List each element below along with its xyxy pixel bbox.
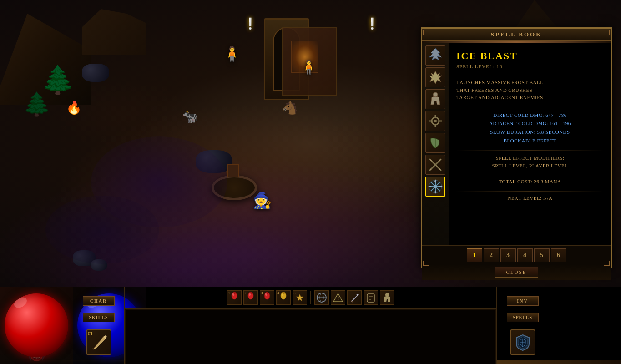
inv-button[interactable]: INV (507, 296, 539, 306)
skill-label-f1: F1 (88, 331, 110, 354)
crossed-icon (426, 156, 444, 174)
right-skill-button[interactable] (510, 329, 535, 355)
exclamation-1: ❕ (243, 17, 257, 30)
slot-num-1: 1 (228, 291, 230, 295)
belt-slot-5[interactable]: 5 (293, 290, 307, 305)
rock-4 (82, 64, 109, 82)
separator-4 (456, 175, 604, 175)
corner-br (604, 261, 610, 266)
bird-claw-icon (426, 46, 444, 65)
spell-icon-6[interactable] (425, 155, 445, 175)
spell-icon-2[interactable] (425, 67, 445, 87)
well-post (227, 164, 239, 177)
svg-point-27 (232, 293, 234, 296)
belt-top-row: 1 2 3 (125, 287, 496, 309)
svg-point-50 (385, 293, 389, 297)
npc-1: 🧍 (223, 46, 241, 63)
torch-fire: 🔥 (66, 100, 82, 115)
tab-1[interactable]: 1 (467, 248, 482, 262)
belt-slot-1[interactable]: 1 (227, 290, 242, 305)
item-5-star (295, 293, 304, 302)
spell-description: LAUNCHES MASSIVE FROST BALL THAT FREEZES… (456, 79, 604, 101)
health-orb (5, 293, 68, 357)
tree-2: 🌲 (23, 91, 51, 117)
action-icon-sword[interactable] (347, 290, 362, 305)
svg-text:!: ! (338, 296, 339, 301)
stat-adjacent: ADJACENT COLD DMG: 161 - 196 (456, 119, 604, 128)
left-skill-button[interactable]: F1 (86, 329, 111, 355)
xp-bar-area (125, 309, 496, 364)
stat-blockable: BLOCKABLE EFFECT (456, 136, 604, 145)
separator-1 (456, 75, 604, 75)
action-icon-scroll[interactable] (364, 290, 378, 305)
flame-burst-icon (426, 68, 444, 86)
tab-5[interactable]: 5 (534, 248, 550, 262)
svg-marker-44 (356, 294, 359, 296)
leaf-icon (426, 134, 444, 152)
potion-red-2 (246, 292, 255, 303)
dark-patch-2 (45, 196, 159, 264)
corner-bl (423, 261, 429, 266)
svg-marker-37 (296, 294, 303, 301)
modifiers-label: SPELL EFFECT MODIFIERS: (456, 154, 604, 162)
stat-slow: SLOW DURATION: 5.8 SECONDS (456, 128, 604, 136)
action-icon-warning[interactable]: ! (331, 290, 345, 305)
slot-num-3: 3 (261, 291, 263, 295)
potion-red-1 (230, 292, 239, 303)
health-orb-container: 👹 (0, 287, 73, 364)
spell-book-title: SPELL BOOK (422, 29, 611, 41)
svg-point-20 (434, 185, 437, 188)
potion-yellow (279, 292, 288, 303)
belt-slot-4[interactable]: 4 (276, 290, 291, 305)
spell-level: SPELL LEVEL: 16 (456, 64, 604, 69)
left-action-section: CHAR SKILLS F1 (73, 287, 125, 364)
tab-2[interactable]: 2 (484, 248, 499, 262)
tab-3[interactable]: 3 (500, 248, 516, 262)
spell-cost: TOTAL COST: 26.3 MANA (456, 179, 604, 184)
spell-book-panel: SPELL BOOK (421, 27, 612, 268)
spell-next-level: NEXT LEVEL: N/A (456, 195, 604, 201)
action-icon-character[interactable] (380, 290, 394, 305)
spell-stats: DIRECT COLD DMG: 647 - 786 ADJACENT COLD… (456, 111, 604, 145)
corner-tl (423, 30, 429, 35)
slot-num-5: 5 (294, 291, 296, 295)
char-button[interactable]: CHAR (83, 296, 115, 306)
spells-button[interactable]: SPELLS (507, 313, 539, 322)
player-character: 🧙 (252, 191, 272, 209)
skills-button[interactable]: SKILLS (83, 313, 115, 322)
spell-icon-1[interactable] (425, 46, 445, 66)
spell-icon-5[interactable] (425, 133, 445, 153)
scroll-icon (365, 292, 376, 303)
slot-num-4: 4 (278, 291, 279, 295)
exclamation-2: ❕ (365, 17, 379, 30)
separator-5 (456, 191, 604, 192)
spell-book-content: ICE BLAST SPELL LEVEL: 16 LAUNCHES MASSI… (422, 43, 611, 245)
center-belt: 1 2 3 (125, 287, 496, 364)
globe-icon (316, 292, 327, 303)
sword-icon (349, 292, 360, 303)
person-icon (426, 90, 444, 108)
spell-icon-7-ice[interactable] (425, 177, 445, 197)
action-icon-globe[interactable] (314, 290, 329, 305)
potion-red-3 (263, 292, 272, 303)
animal-2: 🐴 (282, 100, 298, 115)
close-button[interactable]: CLOSE (495, 267, 539, 278)
warning-icon: ! (333, 292, 343, 303)
spell-book-tabs: 1 2 3 4 5 6 (422, 245, 611, 264)
belt-slot-3[interactable]: 3 (260, 290, 274, 305)
tab-4[interactable]: 4 (517, 248, 533, 262)
slot-num-2: 2 (245, 291, 247, 295)
hud: 👹 CHAR SKILLS F1 1 (0, 287, 621, 364)
stat-direct: DIRECT COLD DMG: 647 - 786 (456, 111, 604, 120)
shield-icon (514, 333, 532, 351)
char-silhouette-icon (382, 292, 393, 303)
belt-slot-2[interactable]: 2 (243, 290, 258, 305)
spell-info-panel: ICE BLAST SPELL LEVEL: 16 LAUNCHES MASSI… (449, 43, 611, 245)
tab-6[interactable]: 6 (551, 248, 566, 262)
svg-point-30 (249, 293, 251, 296)
belt-sep (310, 291, 311, 304)
separator-2 (456, 107, 604, 107)
spell-icon-3[interactable] (425, 89, 445, 109)
svg-point-36 (282, 293, 283, 296)
spell-icon-4[interactable] (425, 111, 445, 131)
